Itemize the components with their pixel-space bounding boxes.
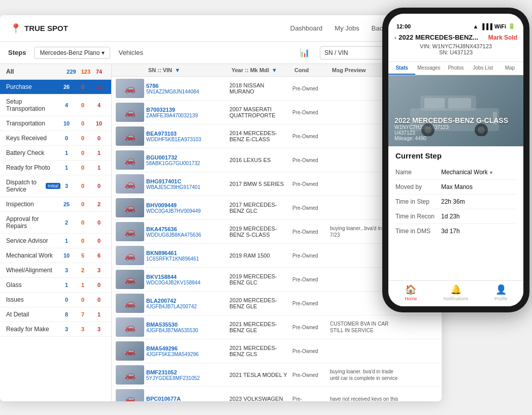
sidebar-item[interactable]: Battery Check 1 0 1 [0, 146, 111, 161]
sn-number: BKN896461 [146, 250, 227, 256]
home-icon: 🏠 [405, 284, 416, 295]
sidebar-item[interactable]: Setup Transportation 4 0 4 [0, 94, 111, 116]
sidebar-item[interactable]: Wheel/Alignment 3 2 3 [0, 263, 111, 278]
mark-sold-button[interactable]: Mark Sold [488, 34, 517, 41]
car-thumbnail: 🚗 [116, 150, 144, 170]
tab-stats[interactable]: Stats [388, 62, 415, 75]
condition-column: Pre-Owned [292, 205, 328, 211]
table-row[interactable]: 🚗 BMA535530 4JGFB4JB7MA535530 2021 MERCE… [112, 315, 442, 339]
count-red: 3 [93, 267, 105, 274]
nav-home[interactable]: 🏠 Home [388, 284, 434, 301]
sidebar-item[interactable]: Issues 0 0 0 [0, 293, 111, 307]
dealer-select[interactable]: Mercedes-Benz Plano ▾ [34, 47, 110, 59]
sidebar-item-counts: 1 0 1 [60, 164, 105, 171]
tab-map[interactable]: Map [496, 62, 523, 75]
sn-column: BMA535530 4JGFB4JB7MA535530 [146, 322, 227, 333]
count-red: 0 [93, 135, 105, 142]
sidebar-item-counts: 3 3 3 [60, 326, 105, 333]
chart-icon[interactable]: 📊 [297, 46, 312, 59]
car-thumb-icon: 🚗 [124, 178, 136, 189]
nav-profile-label: Profile [494, 296, 508, 301]
nav-my-jobs[interactable]: My Jobs [335, 24, 359, 32]
count-red: 0 [93, 237, 105, 244]
car-thumbnail: 🚗 [116, 126, 144, 146]
car-thumb-icon: 🚗 [124, 131, 136, 142]
car-thumb-icon: 🚗 [124, 322, 136, 333]
count-orange: 3 [77, 326, 89, 333]
table-row[interactable]: 🚗 BPC010677A 2023 VOLKSWAGEN Pre- have n… [112, 387, 442, 401]
search-input[interactable] [324, 49, 385, 56]
sidebar-item[interactable]: Service Advisor 1 0 0 [0, 234, 111, 248]
sidebar-item[interactable]: Dispatch to Service Initial 3 0 0 [0, 175, 111, 197]
sn-column: BHG917401C WBAJE5C39HG917401 [146, 178, 227, 190]
steps-label: Steps [8, 49, 26, 56]
car-thumbnail: 🚗 [116, 79, 144, 98]
sn-number: BEA973103 [146, 131, 227, 137]
sidebar-item[interactable]: Inspection 25 0 2 [0, 197, 111, 212]
car-thumb-icon: 🚗 [124, 83, 136, 94]
tab-photos[interactable]: Photos [442, 62, 469, 75]
tab-messages[interactable]: Messages [415, 62, 442, 75]
sidebar-item[interactable]: Ready for Photo 1 0 1 [0, 161, 111, 175]
back-button[interactable]: ‹ 2022 MERCEDES-BENZ... [394, 34, 478, 41]
year-model-column: 2021 MERCEDES-BENZ GLS [229, 345, 290, 357]
count-blue: 1 [60, 149, 73, 156]
step-detail-row: Time in Recon 1d 23h [395, 209, 516, 224]
nav-profile[interactable]: 👤 Profile [478, 284, 523, 301]
count-orange: 0 [77, 182, 89, 189]
sn-number: BPC010677A [146, 396, 227, 401]
year-model-column: 2017 BMW 5 SERIES [229, 181, 290, 187]
sidebar-item-counts: 26 0 17 [60, 83, 105, 90]
count-orange: 0 [77, 83, 89, 90]
message-column: have not received keys on this [330, 396, 401, 402]
count-orange: 5 [77, 252, 89, 259]
sidebar-item-counts: 10 5 6 [60, 252, 105, 259]
sidebar-item[interactable]: Glass 1 1 0 [0, 278, 111, 293]
sidebar-item[interactable]: At Detail 8 7 1 [0, 307, 111, 322]
step-row-value: 3d 17h [441, 228, 516, 235]
count-red: 2 [93, 201, 105, 208]
phone-tabs: Stats Messages Photos Jobs List Map [388, 62, 523, 75]
wifi-icon: WiFi [494, 23, 506, 29]
sidebar-item[interactable]: Mechanical Work 10 5 6 [0, 248, 111, 263]
sidebar-item[interactable]: Approval for Repairs 2 0 0 [0, 212, 111, 234]
sidebar-item[interactable]: Purchase 26 0 17 [0, 80, 111, 94]
car-thumb-icon: 🚗 [124, 250, 136, 261]
nav-dashboard[interactable]: Dashboard [290, 24, 323, 32]
current-step-section: Current Step Name Mechanical Work ▾ Move… [388, 146, 523, 280]
vin-number: WBAJE5C39HG917401 [146, 184, 227, 190]
count-orange: 0 [77, 237, 89, 244]
count-blue: 25 [60, 201, 73, 208]
profile-icon: 👤 [495, 284, 507, 295]
year-model-column: 2018 NISSAN MURANO [229, 82, 290, 94]
step-row-label: Time in Recon [395, 213, 441, 220]
sn-number: BKV158844 [146, 274, 227, 280]
table-row[interactable]: 🚗 BMF231052 5YJYGDEE8MF231052 2021 TESLA… [112, 363, 442, 387]
count-blue: 26 [60, 83, 73, 90]
sidebar-item-label: Wheel/Alignment [6, 267, 60, 274]
initial-badge: Initial [46, 183, 60, 189]
sidebar-item-label: Ready for Photo [6, 164, 60, 171]
car-thumbnail: 🚗 [116, 294, 144, 313]
sidebar-item[interactable]: Transportation 10 0 10 [0, 116, 111, 131]
sn-column: BMA549296 4JGFF5KE3MA549296 [146, 345, 227, 357]
sidebar-item[interactable]: Ready for Make 3 3 3 [0, 322, 111, 337]
condition-column: Pre- [292, 396, 328, 402]
sidebar-item[interactable]: Keys Received 0 0 0 [0, 131, 111, 146]
tab-jobs-list[interactable]: Jobs List [470, 62, 496, 75]
nav-notifications[interactable]: 🔔 Notifications [434, 284, 479, 301]
car-thumb-icon: 🚗 [124, 369, 136, 380]
car-thumb-icon: 🚗 [124, 226, 136, 237]
sidebar-header: All 229 123 74 [0, 64, 111, 80]
condition-column: Pre-Owned [292, 86, 328, 91]
phone-status-bar: 12:00 ▲ ▐▐▐ WiFi 🔋 [388, 19, 523, 31]
table-row[interactable]: 🚗 BMA549296 4JGFF5KE3MA549296 2021 MERCE… [112, 339, 442, 363]
count-red: 4 [93, 102, 105, 109]
step-detail-row: Time in Step 22h 36m [395, 195, 516, 209]
sidebar-item-counts: 2 0 0 [60, 219, 105, 226]
sidebar-item-label: Service Advisor [6, 237, 60, 244]
status-time: 12:00 [396, 23, 473, 29]
sn-column: BMF231052 5YJYGDEE8MF231052 [146, 369, 227, 381]
step-row-value[interactable]: Mechanical Work ▾ [441, 169, 516, 176]
count-blue: 0 [60, 135, 73, 142]
